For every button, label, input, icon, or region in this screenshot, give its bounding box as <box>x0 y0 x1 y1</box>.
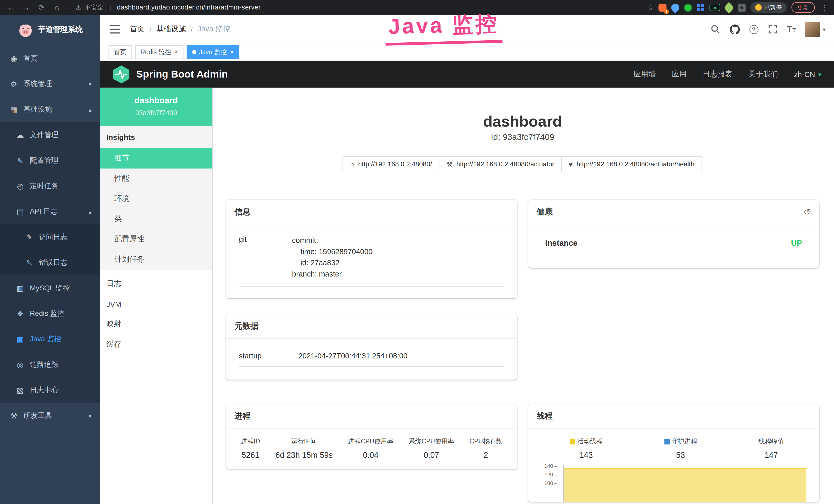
tab-java-monitor[interactable]: Java 监控 × <box>187 45 239 59</box>
tab-home[interactable]: 首页 <box>108 45 132 59</box>
sba-nav-wall[interactable]: 应用墙 <box>633 70 656 79</box>
app-logo-row[interactable]: 芋道管理系统 <box>0 15 100 45</box>
threads-chart: 140 120 100 <box>539 465 809 502</box>
metadata-value: 2021-04-27T00:44:31.254+08:00 <box>299 351 408 360</box>
fullscreen-icon[interactable] <box>767 24 778 35</box>
sidebar-item-access-logs[interactable]: ✎ 访问日志 <box>0 224 100 250</box>
process-col-label: 系统CPU使用率 <box>409 437 454 446</box>
sba-brand[interactable]: Spring Boot Admin <box>113 65 228 84</box>
sidebar-item-label: 配置管理 <box>30 156 59 165</box>
extension-drop-icon[interactable] <box>670 2 681 13</box>
hamburger-icon[interactable] <box>110 25 120 33</box>
info-card-header: 信息 <box>226 200 517 224</box>
close-icon[interactable]: × <box>174 49 178 55</box>
extension-fox-icon[interactable]: 1 <box>659 3 666 11</box>
tab-redis-monitor[interactable]: Redis 监控 × <box>135 45 184 59</box>
sba-language-select[interactable]: zh-CN ▾ <box>794 70 821 78</box>
history-icon[interactable]: ↺ <box>804 207 811 217</box>
url-bar[interactable]: ⚠ 不安全 | dashboard.yudao.iocoder.cn/infra… <box>75 3 261 12</box>
sidebar-item-file-mgmt[interactable]: ☁ 文件管理 <box>0 122 100 147</box>
browser-actions: ☆ 1 on 已暂停 更新 ⋮ <box>647 2 828 13</box>
home-button[interactable]: ⌂ <box>53 4 61 11</box>
sidebar-item-label: 链路追踪 <box>30 360 59 369</box>
bookmark-star-icon[interactable]: ☆ <box>647 3 654 12</box>
sba-menu-classes[interactable]: 类 <box>100 209 212 229</box>
process-col-uptime: 运行时间 6d 23h 15m 59s <box>275 437 333 459</box>
back-button[interactable]: ← <box>6 4 15 11</box>
extension-on-badge[interactable]: on <box>709 4 720 11</box>
sba-menu-logs[interactable]: 日志 <box>100 274 212 294</box>
live-threads-area-series <box>564 468 806 502</box>
extension-grid-icon[interactable] <box>697 3 705 11</box>
close-icon[interactable]: × <box>230 49 234 55</box>
threads-card-header: 线程 <box>528 404 819 429</box>
info-key: git <box>239 235 292 280</box>
sba-menu-caches[interactable]: 缓存 <box>100 335 212 355</box>
error-log-icon: ✎ <box>24 258 34 267</box>
sidebar-item-system-mgmt[interactable]: ⚙ 系统管理 ▾ <box>0 71 100 96</box>
process-col-system-cpu: 系统CPU使用率 0.07 <box>409 437 454 459</box>
legend-label: 线程峰值 <box>759 437 784 446</box>
smiley-avatar-icon <box>755 4 762 11</box>
process-col-process-cpu: 进程CPU使用率 0.04 <box>348 437 394 459</box>
instance-url-button[interactable]: ⌂ http://192.168.0.2:48080/ <box>343 156 439 172</box>
browser-menu-icon[interactable]: ⋮ <box>821 3 828 11</box>
sba-nav-applications[interactable]: 应用 <box>672 70 686 79</box>
help-icon[interactable] <box>749 25 758 33</box>
sba-menu-metrics[interactable]: 性能 <box>100 168 212 189</box>
sidebar-item-log-center[interactable]: ▧ 日志中心 <box>0 377 100 403</box>
sba-menu-mappings[interactable]: 映射 <box>100 314 212 335</box>
breadcrumb-infrastructure[interactable]: 基础设施 <box>156 24 186 34</box>
breadcrumb-home[interactable]: 首页 <box>130 24 145 34</box>
user-avatar[interactable]: ▾ <box>805 22 826 37</box>
redis-icon: ❖ <box>16 310 25 318</box>
search-icon[interactable] <box>710 24 721 35</box>
threads-legend-row: 活动线程 143 守护进程 <box>539 437 809 459</box>
sidebar-item-dev-tools[interactable]: ⚒ 研发工具 ▾ <box>0 403 100 429</box>
process-col-value: 2 <box>469 450 502 459</box>
sidebar-item-trace[interactable]: ◎ 链路追踪 <box>0 352 100 377</box>
paused-profile-chip[interactable]: 已暂停 <box>750 2 787 13</box>
cards-grid: 信息 git commit: time: 1596289704000 id: 2 <box>226 200 819 502</box>
github-icon[interactable] <box>729 24 740 35</box>
infrastructure-icon: ▦ <box>9 105 19 114</box>
sidebar-item-api-logs[interactable]: ▤ API 日志 ▴ <box>0 199 100 224</box>
extension-leaf-icon[interactable] <box>723 2 734 13</box>
process-col-label: 进程CPU使用率 <box>348 437 394 446</box>
sidebar-item-mysql-monitor[interactable]: ▥ MySQL 监控 <box>0 275 100 301</box>
health-url-button[interactable]: ♥ http://192.168.0.2:48080/actuator/heal… <box>561 156 702 172</box>
log-icon: ▤ <box>16 207 25 216</box>
info-row-git: git commit: time: 1596289704000 id: 27aa… <box>239 235 504 287</box>
sba-menu-details[interactable]: 细节 <box>100 148 212 169</box>
font-size-icon[interactable] <box>787 24 796 34</box>
reload-button[interactable]: ⟳ <box>37 4 46 11</box>
sidebar-item-error-logs[interactable]: ✎ 错误日志 <box>0 250 100 275</box>
actuator-url-button[interactable]: ⚒ http://192.168.0.2:48080/actuator <box>439 156 562 172</box>
sidebar-item-infrastructure[interactable]: ▦ 基础设施 ▴ <box>0 97 100 122</box>
sba-menu-config-props[interactable]: 配置属性 <box>100 229 212 250</box>
sba-nav-about[interactable]: 关于我们 <box>748 70 778 79</box>
sidebar-item-scheduled-jobs[interactable]: ◴ 定时任务 <box>0 173 100 199</box>
sba-menu-scheduled-tasks[interactable]: 计划任务 <box>100 249 212 270</box>
health-card: 健康 ↺ Instance UP <box>528 200 819 268</box>
sidebar-item-label: MySQL 监控 <box>30 283 70 293</box>
forward-button[interactable]: → <box>22 4 30 11</box>
sba-menu-environment[interactable]: 环境 <box>100 189 212 209</box>
address-url[interactable]: dashboard.yudao.iocoder.cn/infra/admin-s… <box>117 4 261 11</box>
update-button[interactable]: 更新 <box>791 2 815 13</box>
metadata-row-startup: startup 2021-04-27T00:44:31.254+08:00 <box>239 351 504 367</box>
legend-peak-threads: 线程峰值 147 <box>759 437 784 459</box>
health-row-instance[interactable]: Instance UP <box>545 238 802 255</box>
extensions-puzzle-icon[interactable] <box>738 3 746 11</box>
tab-label: 首页 <box>114 47 127 56</box>
sidebar-item-config-mgmt[interactable]: ✎ 配置管理 <box>0 148 100 173</box>
gear-icon: ⚙ <box>9 80 19 88</box>
sba-nav-journal[interactable]: 日志报表 <box>702 70 732 79</box>
info-card-body: git commit: time: 1596289704000 id: 27aa… <box>226 224 517 298</box>
sidebar-item-java-monitor[interactable]: ▣ Java 监控 <box>0 326 100 352</box>
sidebar-item-redis-monitor[interactable]: ❖ Redis 监控 <box>0 301 100 326</box>
sba-instance-header[interactable]: dashboard 93a3fc7f7409 <box>100 88 212 126</box>
extension-green-icon[interactable] <box>684 3 692 11</box>
sidebar-item-home[interactable]: ◉ 首页 <box>0 46 100 71</box>
sba-menu-jvm[interactable]: JVM <box>100 294 212 314</box>
